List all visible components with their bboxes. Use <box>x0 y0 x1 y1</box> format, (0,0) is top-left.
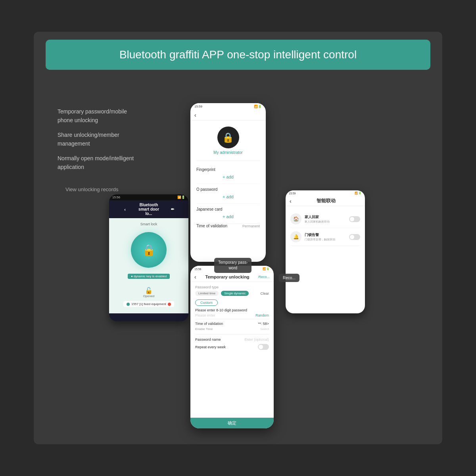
linkage-sub-1: 家人回家机触发联动 <box>305 220 349 224</box>
phone1-nav: ‹ Bluetooth smart door lo... ✏ <box>109 200 188 218</box>
feature-item-1: Temporary password/mobile phone unlockin… <box>58 107 137 125</box>
phone1-time: 15:56 <box>112 196 120 199</box>
phone4-smart-linkage: 15:59 📶🔋 ‹ 智能联动 🏠 家人回家 家人回家机触发联动 🔔 门锁告警 … <box>286 190 365 313</box>
feature-item-2: Share unlocking/member management <box>58 131 137 148</box>
linkage-text-2: 门锁告警 门锁异常告警，触发联动 <box>305 232 349 242</box>
custom-btn[interactable]: Custom <box>195 299 218 306</box>
view-records-label: View unlocking records <box>65 186 118 192</box>
phone1-title: Bluetooth smart door lo... <box>137 203 161 216</box>
phone3-submit-btn[interactable]: 确定 <box>190 418 274 428</box>
linkage-item-1: 🏠 家人回家 家人回家机触发联动 <box>290 210 360 228</box>
bubble-record: Reco... <box>279 274 299 282</box>
phone1-edit-icon[interactable]: ✏ <box>161 207 184 211</box>
phone2-content: 🔒 My administrator Fingerprint + add O p… <box>190 121 266 234</box>
time-row: Time of validation **: 58> <box>195 322 269 326</box>
o-password-label: O password <box>196 187 260 192</box>
password-input-row: Please enter Random <box>195 313 269 319</box>
phone1-back-arrow[interactable]: ‹ <box>113 207 137 212</box>
admin-label: My administrator <box>196 150 260 155</box>
pw-placeholder[interactable]: Please enter <box>195 313 215 317</box>
repeat-label: Repeat every week <box>195 345 226 349</box>
linkage-item-2: 🔔 门锁告警 门锁异常告警，触发联动 <box>290 228 360 246</box>
device-id: 1557 [1] fixed equipment <box>131 302 166 306</box>
time-value: **: 58> <box>258 322 269 326</box>
add-fingerprint-btn[interactable]: + add <box>196 173 260 180</box>
device-dot-green <box>127 303 130 306</box>
phone2-status-bar: 15:59 📶🔋 <box>190 103 266 110</box>
o-password-section: O password + add <box>196 184 260 204</box>
admin-avatar: 🔒 <box>217 127 239 148</box>
enter-digits-label: Please enter 8-10 digit password <box>195 308 269 312</box>
linkage-text-1: 家人回家 家人回家机触发联动 <box>305 215 349 224</box>
phone2-time: 15:59 <box>194 105 202 108</box>
phone3-back-arrow[interactable]: ‹ <box>194 274 196 280</box>
time-validation-label: Time of validation <box>196 224 227 228</box>
time-validation-label: Time of validation <box>195 322 223 326</box>
alert-icon: 🔔 <box>290 231 301 242</box>
pw-type-row: Limited time Single dynamic Clear <box>195 291 269 296</box>
home-icon: 🏠 <box>290 213 301 225</box>
add-o-password-btn[interactable]: + add <box>196 193 260 200</box>
phone2-nav: ‹ <box>190 110 266 121</box>
header-banner: Bluetooth graffiti APP one-stop intellig… <box>46 40 430 70</box>
phone4-time: 15:59 <box>289 192 296 195</box>
header-title: Bluetooth graffiti APP one-stop intellig… <box>58 48 418 61</box>
linkage-sub-2: 门锁异常告警，触发联动 <box>305 238 349 242</box>
single-dynamic-chip[interactable]: Single dynamic <box>221 291 249 296</box>
main-container: Bluetooth graffiti APP one-stop intellig… <box>34 32 442 444</box>
divider-pw <box>195 334 269 334</box>
phone3-title: Temporary unlocking <box>205 274 250 279</box>
bubble-temp-password: Temporary pass-word <box>214 258 251 273</box>
japanese-card-section: Japanese card + add <box>196 204 260 224</box>
linkage-title-2: 门锁告警 <box>305 232 349 238</box>
lock-circle[interactable]: 🔒 <box>131 232 167 268</box>
unlock-label: Opened <box>143 294 154 298</box>
phone3-icons: 📶🔋 <box>263 267 270 271</box>
phone3-record-btn[interactable]: Reco... <box>258 275 270 279</box>
time-validation-row: Time of validation Permanent <box>196 224 260 228</box>
limited-time-chip[interactable]: Limited time <box>195 291 219 296</box>
fingerprint-section: Fingerprint + add <box>196 164 260 184</box>
phone1-bluetooth-lock: 15:56 📶🔋 ‹ Bluetooth smart door lo... ✏ … <box>109 194 188 321</box>
phone2-icons: 📶🔋 <box>254 105 262 108</box>
dynamic-badge: ● dynamic key is enabled <box>128 274 170 279</box>
phone1-device-row: 1557 [1] fixed equipment <box>123 301 174 307</box>
phone3-header: ‹ Temporary unlocking Reco... <box>190 272 274 282</box>
add-japanese-btn[interactable]: + add <box>196 213 260 220</box>
phone1-bottom: 🔓 Opened 1557 [1] fixed equipment <box>123 283 174 307</box>
phone3-time: 15:56 <box>194 268 202 271</box>
permanent-label: Permanent <box>242 224 260 228</box>
pw-name-input[interactable]: Enter (optional) <box>244 338 269 342</box>
linkage-toggle-2[interactable] <box>349 234 360 240</box>
phone1-icons: 📶🔋 <box>177 196 185 199</box>
phone2-admin: 15:59 📶🔋 ‹ 🔒 My administrator Fingerprin… <box>190 103 266 262</box>
pw-name-row: Password name Enter (optional) <box>195 338 269 342</box>
select-btn[interactable]: Select <box>260 327 269 331</box>
phone3-content: Password type Limited time Single dynami… <box>190 282 274 356</box>
clear-btn[interactable]: Clear <box>260 292 269 296</box>
device-dot-red <box>168 303 171 306</box>
lock-icon: 🔒 <box>142 244 156 257</box>
phone4-content: 🏠 家人回家 家人回家机触发联动 🔔 门锁告警 门锁异常告警，触发联动 <box>286 206 365 250</box>
enable-time-row: Enable Time Select <box>195 327 269 331</box>
repeat-row: Repeat every week <box>195 344 269 350</box>
enable-time-label: Enable Time <box>195 327 213 331</box>
pw-name-label: Password name <box>195 338 221 342</box>
divider-1 <box>196 161 260 161</box>
fingerprint-label: Fingerprint <box>196 167 260 172</box>
phone1-content: Smart lock 🔒 ● dynamic key is enabled 🔓 … <box>109 218 188 313</box>
left-features: Temporary password/mobile phone unlockin… <box>58 107 137 177</box>
repeat-toggle[interactable] <box>258 344 269 350</box>
phone4-header: ‹ 智能联动 <box>286 196 365 206</box>
feature-item-3: Normally open mode/intelligent applicati… <box>58 154 137 172</box>
unlock-icon: 🔓 <box>145 287 153 294</box>
linkage-toggle-1[interactable] <box>349 216 360 222</box>
random-btn[interactable]: Random <box>255 313 269 317</box>
phone4-status-bar: 15:59 📶🔋 <box>286 190 365 196</box>
phone3-temp-unlock: 15:56 📶🔋 ‹ Temporary unlocking Reco... P… <box>190 266 274 428</box>
phone4-icons: 📶🔋 <box>355 192 362 195</box>
linkage-title-1: 家人回家 <box>305 215 349 220</box>
phone1-device-label: Smart lock <box>140 222 157 226</box>
phone2-back-arrow[interactable]: ‹ <box>194 112 196 118</box>
pw-type-label: Password type <box>195 285 269 289</box>
